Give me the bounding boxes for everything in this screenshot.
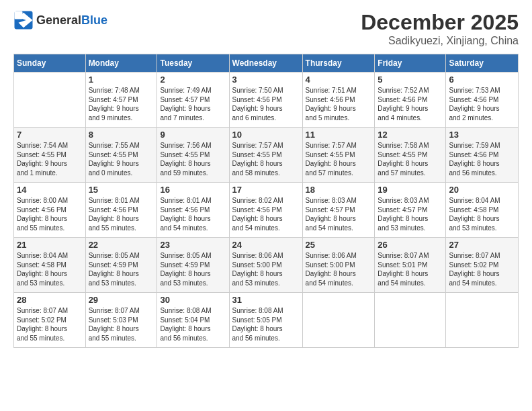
day-info: Sunrise: 8:07 AM Sunset: 5:03 PM Dayligh… xyxy=(89,306,154,342)
day-info: Sunrise: 7:59 AM Sunset: 4:56 PM Dayligh… xyxy=(449,141,515,177)
day-number: 14 xyxy=(17,185,83,195)
calendar-week-row-1: 1Sunrise: 7:48 AM Sunset: 4:57 PM Daylig… xyxy=(14,73,519,128)
calendar-cell: 9Sunrise: 7:56 AM Sunset: 4:55 PM Daylig… xyxy=(157,128,229,183)
day-info: Sunrise: 8:08 AM Sunset: 5:04 PM Dayligh… xyxy=(160,306,226,342)
calendar-week-row-5: 28Sunrise: 8:07 AM Sunset: 5:02 PM Dayli… xyxy=(14,293,519,348)
day-info: Sunrise: 8:07 AM Sunset: 5:02 PM Dayligh… xyxy=(449,251,515,287)
logo: GeneralBlue xyxy=(13,10,107,30)
calendar-cell: 30Sunrise: 8:08 AM Sunset: 5:04 PM Dayli… xyxy=(157,293,229,348)
calendar-cell: 17Sunrise: 8:02 AM Sunset: 4:56 PM Dayli… xyxy=(229,183,302,238)
day-number: 3 xyxy=(232,75,300,85)
calendar-cell: 23Sunrise: 8:05 AM Sunset: 4:59 PM Dayli… xyxy=(157,238,229,293)
day-number: 24 xyxy=(232,240,300,250)
day-number: 21 xyxy=(17,240,83,250)
day-info: Sunrise: 8:04 AM Sunset: 4:58 PM Dayligh… xyxy=(449,196,515,232)
day-number: 20 xyxy=(449,185,515,195)
day-info: Sunrise: 8:06 AM Sunset: 5:00 PM Dayligh… xyxy=(232,251,300,287)
col-monday: Monday xyxy=(85,54,157,73)
calendar-table: Sunday Monday Tuesday Wednesday Thursday… xyxy=(13,54,519,348)
calendar-cell: 5Sunrise: 7:52 AM Sunset: 4:56 PM Daylig… xyxy=(375,73,446,128)
day-info: Sunrise: 7:49 AM Sunset: 4:57 PM Dayligh… xyxy=(160,86,226,122)
logo-text: GeneralBlue xyxy=(36,14,107,26)
day-info: Sunrise: 7:57 AM Sunset: 4:55 PM Dayligh… xyxy=(232,141,300,177)
calendar-cell: 15Sunrise: 8:01 AM Sunset: 4:56 PM Dayli… xyxy=(85,183,157,238)
calendar-cell xyxy=(446,293,519,348)
calendar-cell: 19Sunrise: 8:03 AM Sunset: 4:57 PM Dayli… xyxy=(375,183,446,238)
calendar-cell: 3Sunrise: 7:50 AM Sunset: 4:56 PM Daylig… xyxy=(229,73,302,128)
calendar-cell: 13Sunrise: 7:59 AM Sunset: 4:56 PM Dayli… xyxy=(446,128,519,183)
day-info: Sunrise: 7:53 AM Sunset: 4:56 PM Dayligh… xyxy=(449,86,515,122)
title-area: December 2025 Sadikyuezi, Xinjiang, Chin… xyxy=(361,10,519,47)
col-tuesday: Tuesday xyxy=(157,54,229,73)
day-number: 2 xyxy=(160,75,226,85)
day-number: 13 xyxy=(449,130,515,140)
calendar-cell xyxy=(14,73,86,128)
calendar-cell: 6Sunrise: 7:53 AM Sunset: 4:56 PM Daylig… xyxy=(446,73,519,128)
calendar-cell: 26Sunrise: 8:07 AM Sunset: 5:01 PM Dayli… xyxy=(375,238,446,293)
logo-blue: Blue xyxy=(81,13,107,27)
day-number: 10 xyxy=(232,130,300,140)
day-number: 11 xyxy=(306,130,372,140)
day-info: Sunrise: 7:54 AM Sunset: 4:55 PM Dayligh… xyxy=(17,141,83,177)
day-info: Sunrise: 8:00 AM Sunset: 4:56 PM Dayligh… xyxy=(17,196,83,232)
day-info: Sunrise: 8:03 AM Sunset: 4:57 PM Dayligh… xyxy=(306,196,372,232)
calendar-cell: 25Sunrise: 8:06 AM Sunset: 5:00 PM Dayli… xyxy=(302,238,375,293)
day-info: Sunrise: 8:07 AM Sunset: 5:01 PM Dayligh… xyxy=(378,251,443,287)
day-info: Sunrise: 8:02 AM Sunset: 4:56 PM Dayligh… xyxy=(232,196,300,232)
day-number: 31 xyxy=(232,295,300,305)
day-number: 5 xyxy=(378,75,443,85)
day-number: 17 xyxy=(232,185,300,195)
calendar-cell: 1Sunrise: 7:48 AM Sunset: 4:57 PM Daylig… xyxy=(85,73,157,128)
day-number: 27 xyxy=(449,240,515,250)
calendar-cell: 29Sunrise: 8:07 AM Sunset: 5:03 PM Dayli… xyxy=(85,293,157,348)
day-number: 12 xyxy=(378,130,443,140)
calendar-cell: 24Sunrise: 8:06 AM Sunset: 5:00 PM Dayli… xyxy=(229,238,302,293)
day-info: Sunrise: 8:01 AM Sunset: 4:56 PM Dayligh… xyxy=(89,196,154,232)
day-number: 28 xyxy=(17,295,83,305)
calendar-cell: 27Sunrise: 8:07 AM Sunset: 5:02 PM Dayli… xyxy=(446,238,519,293)
calendar-cell: 2Sunrise: 7:49 AM Sunset: 4:57 PM Daylig… xyxy=(157,73,229,128)
day-number: 7 xyxy=(17,130,83,140)
day-info: Sunrise: 8:05 AM Sunset: 4:59 PM Dayligh… xyxy=(160,251,226,287)
logo-general: General xyxy=(36,13,81,27)
calendar-header-row: Sunday Monday Tuesday Wednesday Thursday… xyxy=(14,54,519,73)
calendar-week-row-3: 14Sunrise: 8:00 AM Sunset: 4:56 PM Dayli… xyxy=(14,183,519,238)
day-info: Sunrise: 8:05 AM Sunset: 4:59 PM Dayligh… xyxy=(89,251,154,287)
day-number: 18 xyxy=(306,185,372,195)
day-number: 9 xyxy=(160,130,226,140)
calendar-cell: 31Sunrise: 8:08 AM Sunset: 5:05 PM Dayli… xyxy=(229,293,302,348)
calendar-cell: 28Sunrise: 8:07 AM Sunset: 5:02 PM Dayli… xyxy=(14,293,86,348)
calendar-week-row-4: 21Sunrise: 8:04 AM Sunset: 4:58 PM Dayli… xyxy=(14,238,519,293)
day-number: 30 xyxy=(160,295,226,305)
day-number: 15 xyxy=(89,185,154,195)
day-number: 16 xyxy=(160,185,226,195)
day-info: Sunrise: 7:58 AM Sunset: 4:55 PM Dayligh… xyxy=(378,141,443,177)
day-info: Sunrise: 7:50 AM Sunset: 4:56 PM Dayligh… xyxy=(232,86,300,122)
day-info: Sunrise: 8:06 AM Sunset: 5:00 PM Dayligh… xyxy=(306,251,372,287)
logo-icon xyxy=(13,10,34,30)
col-wednesday: Wednesday xyxy=(229,54,302,73)
calendar-cell xyxy=(302,293,375,348)
calendar-cell: 20Sunrise: 8:04 AM Sunset: 4:58 PM Dayli… xyxy=(446,183,519,238)
day-info: Sunrise: 7:57 AM Sunset: 4:55 PM Dayligh… xyxy=(306,141,372,177)
calendar-cell: 22Sunrise: 8:05 AM Sunset: 4:59 PM Dayli… xyxy=(85,238,157,293)
day-info: Sunrise: 7:56 AM Sunset: 4:55 PM Dayligh… xyxy=(160,141,226,177)
day-info: Sunrise: 7:52 AM Sunset: 4:56 PM Dayligh… xyxy=(378,86,443,122)
day-number: 22 xyxy=(89,240,154,250)
calendar-cell: 18Sunrise: 8:03 AM Sunset: 4:57 PM Dayli… xyxy=(302,183,375,238)
calendar-cell: 16Sunrise: 8:01 AM Sunset: 4:56 PM Dayli… xyxy=(157,183,229,238)
col-sunday: Sunday xyxy=(14,54,86,73)
day-info: Sunrise: 8:07 AM Sunset: 5:02 PM Dayligh… xyxy=(17,306,83,342)
day-number: 19 xyxy=(378,185,443,195)
svg-rect-2 xyxy=(15,11,23,19)
day-info: Sunrise: 7:51 AM Sunset: 4:56 PM Dayligh… xyxy=(306,86,372,122)
header: GeneralBlue December 2025 Sadikyuezi, Xi… xyxy=(13,10,519,47)
day-info: Sunrise: 8:04 AM Sunset: 4:58 PM Dayligh… xyxy=(17,251,83,287)
calendar-cell: 4Sunrise: 7:51 AM Sunset: 4:56 PM Daylig… xyxy=(302,73,375,128)
day-number: 26 xyxy=(378,240,443,250)
day-info: Sunrise: 8:01 AM Sunset: 4:56 PM Dayligh… xyxy=(160,196,226,232)
calendar-cell: 12Sunrise: 7:58 AM Sunset: 4:55 PM Dayli… xyxy=(375,128,446,183)
day-number: 6 xyxy=(449,75,515,85)
calendar-cell xyxy=(375,293,446,348)
month-year-title: December 2025 xyxy=(361,10,519,35)
